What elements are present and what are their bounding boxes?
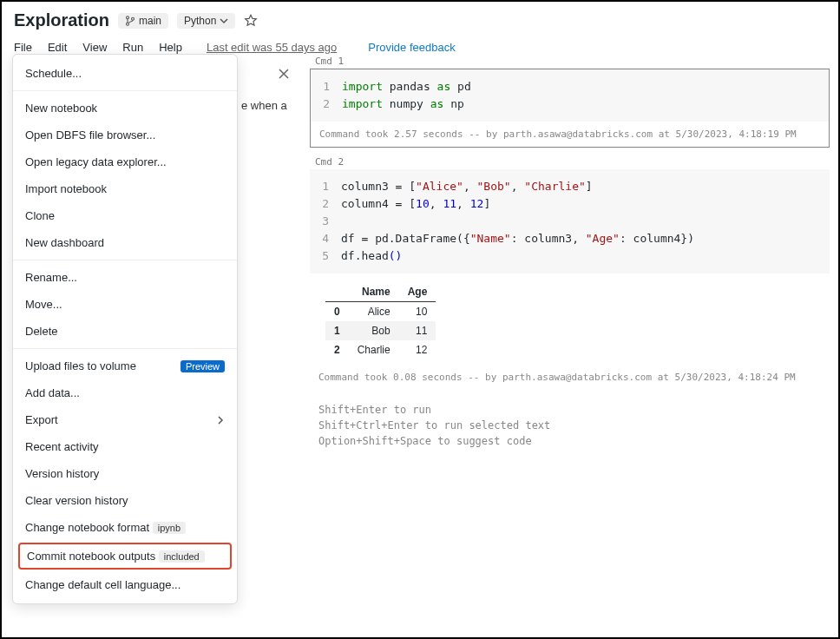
file-dropdown-menu: Schedule... New notebook Open DBFS file … xyxy=(12,54,238,604)
cell-label-2: Cmd 2 xyxy=(310,155,830,169)
table-row: 1Bob11 xyxy=(325,321,436,340)
chevron-right-icon xyxy=(216,416,225,425)
menu-item-clear-history[interactable]: Clear version history xyxy=(13,487,237,514)
separator xyxy=(13,260,237,260)
menu-item-delete[interactable]: Delete xyxy=(13,318,237,345)
git-branch-icon xyxy=(125,16,135,26)
code-editor-2[interactable]: 1 2 3 4 5 column3 = ["Alice", "Bob", "Ch… xyxy=(310,169,830,273)
feedback-link[interactable]: Provide feedback xyxy=(368,41,455,54)
title-row: Exploration main Python xyxy=(14,10,826,30)
cell-1[interactable]: 1 2 import pandas as pd import numpy as … xyxy=(310,69,830,148)
chevron-down-icon xyxy=(220,16,228,25)
last-edit-link[interactable]: Last edit was 55 days ago xyxy=(207,41,337,54)
code-content: column3 = ["Alice", "Bob", "Charlie"] co… xyxy=(341,178,823,265)
cell-status-2: Command took 0.08 seconds -- by parth.as… xyxy=(310,365,830,390)
menu-item-move[interactable]: Move... xyxy=(13,291,237,318)
header: Exploration main Python File Edit View R… xyxy=(2,2,838,59)
table-row: 0Alice10 xyxy=(325,302,436,322)
notebook-title[interactable]: Exploration xyxy=(14,10,109,30)
menu-file[interactable]: File xyxy=(14,41,32,54)
notebook-main: Cmd 1 1 2 import pandas as pd import num… xyxy=(310,54,830,629)
svg-point-0 xyxy=(127,16,129,18)
star-icon[interactable] xyxy=(244,14,258,28)
menu-help[interactable]: Help xyxy=(159,41,182,54)
menu-edit[interactable]: Edit xyxy=(48,41,67,54)
branch-name: main xyxy=(139,15,161,27)
menu-item-commit-outputs[interactable]: Commit notebook outputs included xyxy=(18,543,232,570)
menu-item-change-format[interactable]: Change notebook format ipynb xyxy=(13,514,237,541)
menu-item-clone[interactable]: Clone xyxy=(13,202,237,229)
menu-item-open-legacy[interactable]: Open legacy data explorer... xyxy=(13,148,237,175)
separator xyxy=(13,348,237,349)
separator xyxy=(13,90,237,91)
line-gutter: 1 2 xyxy=(318,78,342,113)
branch-selector[interactable]: main xyxy=(118,13,168,29)
truncated-text: e when a xyxy=(241,99,287,112)
menu-item-upload[interactable]: Upload files to volumePreview xyxy=(13,352,237,379)
svg-point-2 xyxy=(132,17,135,20)
code-content: import pandas as pd import numpy as np xyxy=(342,78,822,113)
menu-item-new-dashboard[interactable]: New dashboard xyxy=(13,229,237,256)
menu-item-schedule[interactable]: Schedule... xyxy=(13,60,237,87)
close-icon[interactable] xyxy=(278,68,290,80)
preview-badge: Preview xyxy=(180,360,225,372)
language-selector[interactable]: Python xyxy=(177,13,235,29)
line-gutter: 1 2 3 4 5 xyxy=(317,178,341,265)
menu-item-add-data[interactable]: Add data... xyxy=(13,379,237,406)
format-badge: ipynb xyxy=(153,522,186,534)
cell-2[interactable]: 1 2 3 4 5 column3 = ["Alice", "Bob", "Ch… xyxy=(310,169,830,390)
menu-item-open-dbfs[interactable]: Open DBFS file browser... xyxy=(13,122,237,148)
language-label: Python xyxy=(184,15,216,27)
cell-status-1: Command took 2.57 seconds -- by parth.as… xyxy=(311,122,829,147)
menu-item-new-notebook[interactable]: New notebook xyxy=(13,95,237,122)
menu-item-export[interactable]: Export xyxy=(13,406,237,433)
cell-label-1: Cmd 1 xyxy=(310,54,830,69)
menu-item-change-language[interactable]: Change default cell language... xyxy=(13,571,237,598)
svg-point-1 xyxy=(127,23,129,25)
table-row: 2Charlie12 xyxy=(325,340,436,359)
menu-item-rename[interactable]: Rename... xyxy=(13,264,237,291)
menu-item-version-history[interactable]: Version history xyxy=(13,460,237,487)
code-editor-1[interactable]: 1 2 import pandas as pd import numpy as … xyxy=(311,69,829,122)
menu-run[interactable]: Run xyxy=(122,41,143,54)
keyboard-hints: Shift+Enter to run Shift+Ctrl+Enter to r… xyxy=(310,397,830,454)
menu-item-import-notebook[interactable]: Import notebook xyxy=(13,175,237,202)
dataframe-output: Name Age 0Alice10 1Bob11 2Charlie12 xyxy=(325,282,436,359)
included-badge: included xyxy=(159,550,205,563)
menu-item-recent[interactable]: Recent activity xyxy=(13,433,237,460)
menu-view[interactable]: View xyxy=(82,41,107,54)
